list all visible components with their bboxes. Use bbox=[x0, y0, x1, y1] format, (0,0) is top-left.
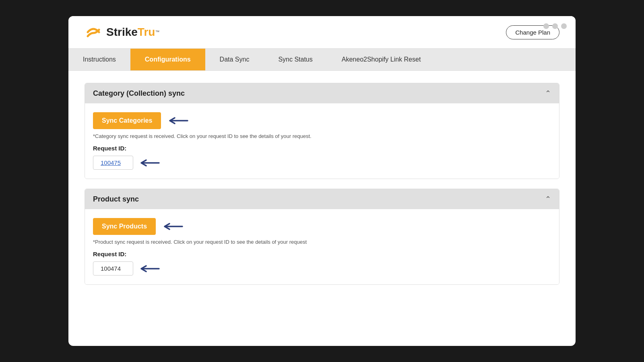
category-request-id-row: 100475 bbox=[93, 156, 551, 170]
product-request-id-label: Request ID: bbox=[93, 251, 551, 257]
tab-data-sync[interactable]: Data Sync bbox=[205, 49, 264, 70]
category-request-arrow-indicator bbox=[139, 158, 160, 167]
logo-text: StrikeTru™ bbox=[106, 26, 159, 39]
category-request-id-value[interactable]: 100475 bbox=[93, 156, 133, 170]
product-request-id-value[interactable]: 100474 bbox=[93, 261, 133, 276]
category-sync-notice: *Category sync request is received. Clic… bbox=[93, 133, 551, 139]
sync-products-button[interactable]: Sync Products bbox=[93, 218, 156, 235]
logo: StrikeTru™ bbox=[85, 23, 159, 41]
product-sync-btn-row: Sync Products bbox=[93, 218, 551, 235]
category-request-id-label: Request ID: bbox=[93, 145, 551, 152]
product-request-arrow-indicator bbox=[139, 264, 160, 273]
product-sync-section: Product sync ⌃ Sync Products *Product sy… bbox=[85, 189, 559, 285]
header: StrikeTru™ Change Plan bbox=[68, 16, 576, 48]
category-sync-header: Category (Collection) sync ⌃ bbox=[85, 83, 559, 103]
tab-sync-status[interactable]: Sync Status bbox=[264, 49, 327, 70]
main-content: Category (Collection) sync ⌃ Sync Catego… bbox=[68, 71, 576, 306]
category-sync-btn-row: Sync Categories bbox=[93, 112, 551, 129]
product-request-id-row: 100474 bbox=[93, 261, 551, 276]
window-controls bbox=[543, 23, 567, 29]
tab-akeneo-link-reset[interactable]: Akeneo2Shopify Link Reset bbox=[327, 49, 436, 70]
product-arrow-indicator bbox=[162, 222, 183, 231]
product-sync-header: Product sync ⌃ bbox=[85, 189, 559, 209]
tab-instructions[interactable]: Instructions bbox=[68, 49, 130, 70]
category-sync-title: Category (Collection) sync bbox=[93, 89, 185, 98]
product-sync-body: Sync Products *Product sync request is r… bbox=[85, 209, 559, 284]
tab-configurations[interactable]: Configurations bbox=[130, 49, 205, 70]
main-window: StrikeTru™ Change Plan Instructions Conf… bbox=[68, 16, 576, 346]
category-sync-section: Category (Collection) sync ⌃ Sync Catego… bbox=[85, 83, 559, 179]
product-sync-notice: *Product sync request is received. Click… bbox=[93, 239, 551, 245]
product-sync-collapse-icon[interactable]: ⌃ bbox=[545, 195, 551, 204]
product-sync-title: Product sync bbox=[93, 195, 139, 204]
window-dot-3 bbox=[561, 23, 567, 29]
logo-icon bbox=[85, 23, 102, 41]
category-sync-body: Sync Categories *Category sync request i… bbox=[85, 103, 559, 179]
sync-categories-button[interactable]: Sync Categories bbox=[93, 112, 161, 129]
nav-tabs: Instructions Configurations Data Sync Sy… bbox=[68, 48, 576, 71]
window-dot-1 bbox=[543, 23, 549, 29]
window-dot-2 bbox=[552, 23, 558, 29]
category-sync-collapse-icon[interactable]: ⌃ bbox=[545, 89, 551, 98]
category-arrow-indicator bbox=[167, 116, 188, 125]
